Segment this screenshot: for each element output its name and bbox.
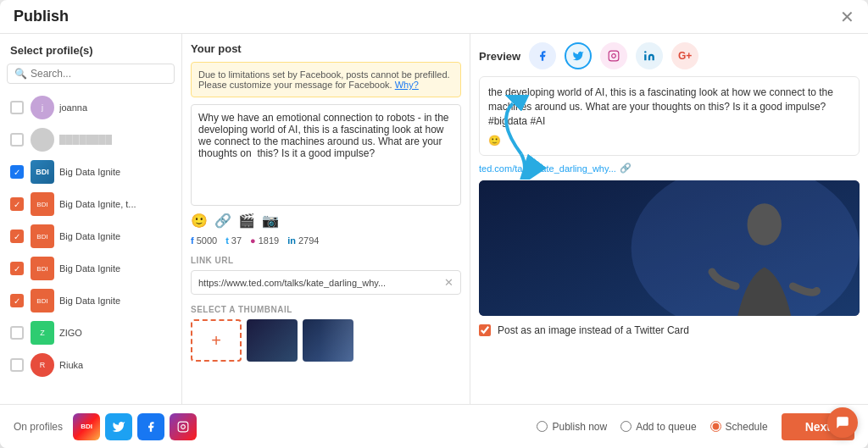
chat-button[interactable]	[827, 407, 858, 438]
avatar: R	[31, 353, 54, 377]
svg-rect-9	[178, 422, 188, 432]
publish-now-label: Publish now	[552, 421, 607, 433]
profile-checkbox-2[interactable]: ✓	[10, 165, 24, 179]
profile-name: ████████	[59, 135, 112, 145]
your-post-title: Your post	[191, 42, 461, 55]
center-panel: Your post Due to limitations set by Face…	[182, 34, 470, 404]
left-panel-title: Select profile(s)	[7, 44, 175, 57]
list-item[interactable]: ✓ BDI Big Data Ignite	[7, 253, 175, 284]
tw-count: t 37	[225, 235, 242, 246]
avatar: BDI	[31, 160, 54, 184]
profile-name: Big Data Ignite	[59, 296, 120, 306]
profile-checkbox-3[interactable]: ✓	[10, 197, 24, 211]
list-item[interactable]: Z ZIGO	[7, 318, 175, 348]
avatar	[31, 128, 54, 152]
link-button[interactable]: 🔗	[214, 213, 231, 229]
post-as-image-option: Post as an image instead of a Twitter Ca…	[479, 324, 860, 336]
svg-rect-0	[609, 51, 619, 61]
thumbnail-item-1[interactable]	[247, 319, 298, 362]
on-profiles-label: On profiles	[14, 421, 63, 433]
right-panel: Preview G+	[470, 34, 868, 404]
publish-now-radio[interactable]	[537, 421, 548, 432]
profile-badge-3	[137, 413, 164, 440]
li-count: in 2794	[287, 235, 319, 246]
link-url-field[interactable]	[198, 278, 444, 288]
instagram-icon-btn[interactable]	[600, 42, 627, 69]
fb-warning-link[interactable]: Why?	[395, 80, 419, 90]
profile-checkbox-7[interactable]	[10, 326, 24, 340]
post-as-image-checkbox[interactable]	[479, 324, 491, 336]
list-item[interactable]: ✓ BDI Big Data Ignite	[7, 157, 175, 187]
add-to-queue-label: Add to queue	[636, 421, 696, 433]
post-toolbar: 🙂 🔗 🎬 📷	[191, 213, 461, 229]
preview-text-box: the developing world of AI, this is a fa…	[479, 76, 860, 156]
modal-header: Publish ✕	[0, 0, 868, 34]
add-to-queue-radio[interactable]	[620, 421, 632, 432]
avatar: BDI	[31, 224, 54, 248]
search-input[interactable]	[31, 68, 167, 80]
profile-checkbox-4[interactable]: ✓	[10, 230, 24, 243]
profile-checkbox-8[interactable]	[10, 358, 24, 372]
linkedin-icon-btn[interactable]	[636, 42, 663, 69]
modal-title: Publish	[14, 8, 69, 25]
profile-name: Riuka	[59, 360, 83, 370]
profile-badge-4	[170, 413, 197, 440]
search-icon: 🔍	[14, 68, 27, 80]
thumbnail-label: SELECT A THUMBNAIL	[191, 305, 461, 314]
profile-badge-2	[105, 413, 132, 440]
profile-checkbox-5[interactable]: ✓	[10, 262, 24, 275]
social-counts: f 5000 t 37 ● 1819 in 2794	[191, 235, 461, 246]
ig-count: ● 1819	[250, 235, 279, 246]
list-item[interactable]: ✓ BDI Big Data Ignite, t...	[7, 189, 175, 219]
schedule-label: Schedule	[726, 421, 768, 433]
thumbnail-grid: +	[191, 319, 461, 362]
profile-name: Big Data Ignite	[59, 231, 120, 241]
profile-name: joanna	[59, 102, 87, 113]
list-item[interactable]: ████████	[7, 124, 175, 155]
googleplus-icon-btn[interactable]: G+	[671, 42, 698, 69]
preview-text: the developing world of AI, this is a fa…	[488, 86, 850, 128]
on-profiles: On profiles BDI	[14, 413, 197, 440]
modal-footer: On profiles BDI Publish now Add to q	[0, 404, 868, 448]
profile-name: Big Data Ignite	[59, 263, 120, 274]
search-box: 🔍	[7, 64, 175, 84]
avatar: BDI	[31, 289, 54, 312]
link-url-input: ✕	[191, 270, 461, 295]
list-item[interactable]: ✓ BDI Big Data Ignite	[7, 221, 175, 252]
close-button[interactable]: ✕	[840, 7, 854, 27]
list-item[interactable]: ✓ BDI Big Data Ignite	[7, 285, 175, 316]
fb-count: f 5000	[191, 235, 217, 246]
facebook-icon-btn[interactable]	[529, 42, 556, 69]
profile-checkbox-1[interactable]	[10, 133, 24, 147]
profile-checkbox-6[interactable]: ✓	[10, 294, 24, 307]
preview-title: Preview	[479, 50, 520, 63]
fb-warning: Due to limitations set by Facebook, post…	[191, 62, 461, 97]
video-button[interactable]: 🎬	[238, 213, 255, 229]
avatar: BDI	[31, 192, 54, 216]
thumbnail-section: SELECT A THUMBNAIL +	[191, 305, 461, 362]
schedule-radio[interactable]	[710, 421, 721, 432]
schedule-option[interactable]: Schedule	[710, 421, 768, 433]
modal-body: Select profile(s) 🔍 j joanna ████████ ✓ …	[0, 34, 868, 404]
svg-point-8	[748, 204, 782, 246]
emoji-button[interactable]: 🙂	[191, 213, 208, 229]
preview-image	[479, 180, 860, 316]
add-thumbnail-button[interactable]: +	[191, 319, 242, 362]
thumbnail-item-2[interactable]	[303, 319, 353, 362]
post-textarea[interactable]: Why we have an emotional connection to r…	[191, 104, 461, 206]
svg-point-3	[644, 51, 646, 53]
avatar: BDI	[31, 257, 54, 280]
svg-rect-2	[644, 54, 646, 60]
publish-now-option[interactable]: Publish now	[537, 421, 607, 433]
preview-header: Preview G+	[479, 42, 860, 69]
add-to-queue-option[interactable]: Add to queue	[620, 421, 696, 433]
post-as-image-label: Post as an image instead of a Twitter Ca…	[498, 324, 689, 336]
clear-link-button[interactable]: ✕	[444, 276, 453, 289]
profile-name: ZIGO	[59, 328, 82, 338]
image-button[interactable]: 📷	[262, 213, 279, 229]
list-item[interactable]: R Riuka	[7, 350, 175, 380]
list-item[interactable]: j joanna	[7, 92, 175, 123]
avatar: j	[31, 96, 54, 119]
twitter-icon-btn[interactable]	[565, 42, 592, 69]
profile-checkbox-0[interactable]	[10, 101, 24, 114]
